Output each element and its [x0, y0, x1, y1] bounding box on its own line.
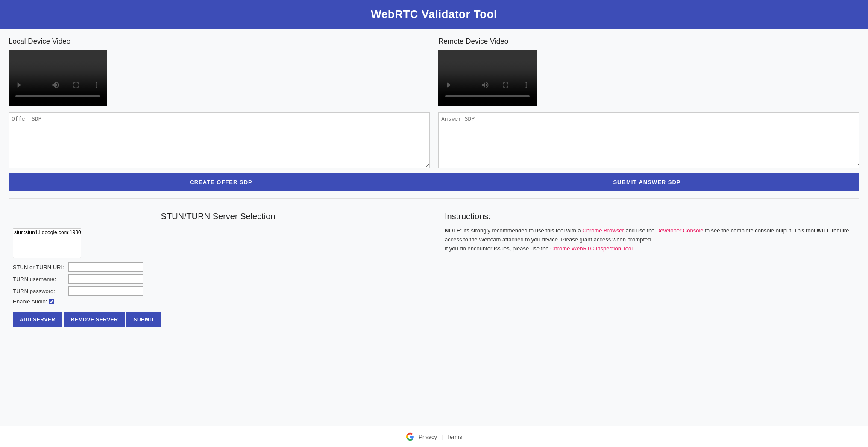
stun-uri-label: STUN or TURN URI: [13, 264, 68, 271]
note-text3: to see the complete console output. This… [704, 227, 817, 234]
remote-video[interactable] [438, 50, 537, 106]
turn-username-label: TURN username: [13, 276, 68, 282]
remote-video-wrapper [438, 50, 859, 106]
will-bold: WILL [817, 227, 830, 234]
note-text1: Its strongly recommended to use this too… [462, 227, 582, 234]
terms-link[interactable]: Terms [447, 434, 462, 440]
turn-password-label: TURN password: [13, 288, 68, 294]
turn-password-input[interactable] [68, 286, 143, 296]
page-footer: Privacy | Terms [0, 426, 868, 447]
stun-title: STUN/TURN Server Selection [13, 212, 423, 221]
server-list[interactable]: stun:stun1.l.google.com:19302 [13, 228, 81, 258]
local-video-wrapper [9, 50, 430, 106]
answer-sdp-col [438, 111, 859, 170]
sdp-buttons-row: CREATE OFFER SDP SUBMIT ANSWER SDP [9, 173, 859, 191]
stun-panel: STUN/TURN Server Selection stun:stun1.l.… [9, 207, 432, 335]
create-offer-button[interactable]: CREATE OFFER SDP [9, 173, 434, 191]
turn-username-input[interactable] [68, 274, 143, 284]
answer-sdp-textarea[interactable] [438, 112, 859, 168]
note-text2: and use the [624, 227, 656, 234]
footer-links: Privacy | Terms [6, 432, 862, 441]
local-video-col: Local Device Video [9, 37, 430, 111]
local-video[interactable] [9, 50, 107, 106]
action-buttons: ADD SERVER REMOVE SERVER SUBMIT [13, 312, 423, 327]
server-list-item: stun:stun1.l.google.com:19302 [14, 229, 80, 235]
instructions-note: NOTE: Its strongly recommended to use th… [445, 226, 855, 253]
instructions-title: Instructions: [445, 212, 855, 221]
submit-form-button[interactable]: SUBMIT [126, 312, 161, 327]
google-logo [406, 432, 414, 441]
turn-password-row: TURN password: [13, 286, 423, 296]
audio-checkbox[interactable] [49, 299, 54, 304]
sdp-row [9, 111, 859, 170]
audio-row: Enable Audio: [13, 298, 423, 305]
page-header: WebRTC Validator Tool [0, 0, 868, 29]
inspect-tool-link[interactable]: Chrome WebRTC Inspection Tool [550, 245, 633, 252]
stun-uri-input[interactable] [68, 262, 143, 272]
chrome-browser-link[interactable]: Chrome Browser [582, 227, 624, 234]
videos-row: Local Device Video Remote Device Video [9, 37, 859, 111]
developer-console-link[interactable]: Developer Console [656, 227, 704, 234]
remote-video-col: Remote Device Video [438, 37, 859, 111]
offer-sdp-textarea[interactable] [9, 112, 430, 168]
remove-server-button[interactable]: REMOVE SERVER [64, 312, 125, 327]
local-video-title: Local Device Video [9, 37, 430, 46]
divider [9, 198, 859, 199]
audio-label: Enable Audio: [13, 298, 47, 305]
offer-sdp-col [9, 111, 430, 170]
turn-username-row: TURN username: [13, 274, 423, 284]
main-content: Local Device Video Remote Device Video C… [0, 29, 868, 426]
instructions-panel: Instructions: NOTE: Its strongly recomme… [440, 207, 859, 335]
note-bold: NOTE: [445, 227, 462, 234]
submit-answer-button[interactable]: SUBMIT ANSWER SDP [434, 173, 859, 191]
stun-uri-row: STUN or TURN URI: [13, 262, 423, 272]
bottom-section: STUN/TURN Server Selection stun:stun1.l.… [9, 207, 859, 335]
page-title: WebRTC Validator Tool [371, 8, 497, 21]
add-server-button[interactable]: ADD SERVER [13, 312, 62, 327]
footer-separator: | [441, 434, 443, 440]
remote-video-title: Remote Device Video [438, 37, 859, 46]
note-line2-text1: If you do encounter issues, please use t… [445, 245, 550, 252]
privacy-link[interactable]: Privacy [419, 434, 437, 440]
